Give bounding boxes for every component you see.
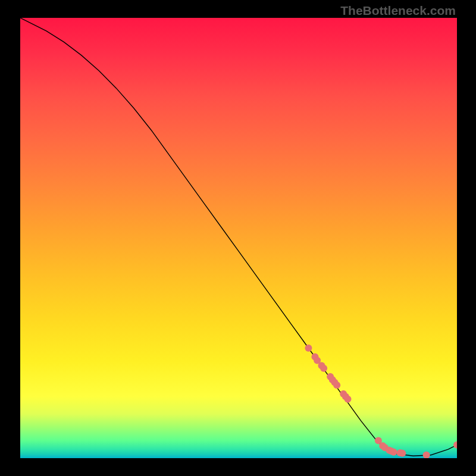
scatter-point: [423, 452, 430, 458]
scatter-point: [399, 450, 406, 457]
scatter-point: [453, 441, 457, 449]
scatter-point: [390, 449, 397, 456]
curve-line: [20, 18, 457, 456]
scatter-point: [345, 396, 352, 403]
scatter-points: [305, 345, 457, 458]
scatter-point: [320, 365, 327, 372]
watermark-label: TheBottleneck.com: [340, 4, 456, 18]
chart-svg: [20, 18, 457, 458]
chart-container: TheBottleneck.com: [0, 0, 476, 476]
scatter-point: [333, 381, 340, 389]
scatter-point: [305, 345, 312, 352]
